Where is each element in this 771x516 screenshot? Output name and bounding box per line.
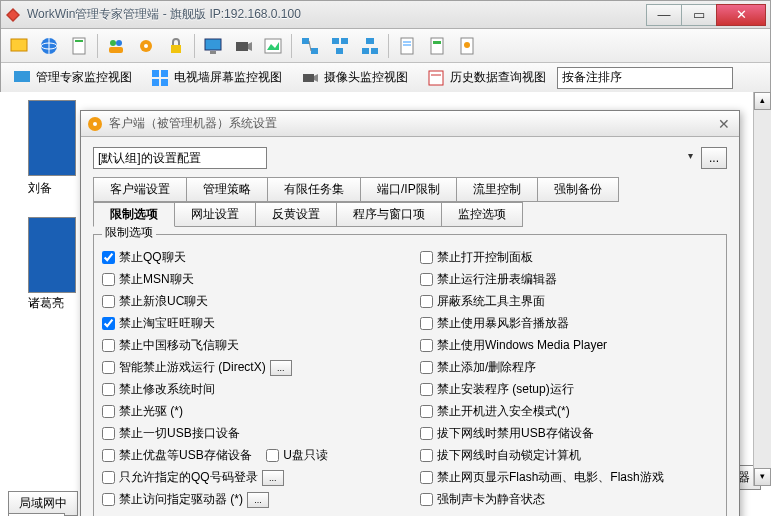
chk-usb-readonly[interactable] — [266, 449, 279, 462]
gear-icon[interactable] — [132, 32, 160, 60]
app-icon — [5, 7, 21, 23]
dialog-close-button[interactable]: ✕ — [715, 116, 733, 132]
tab-antiyellow[interactable]: 反黄设置 — [255, 202, 337, 227]
btn-qq-whitelist-more[interactable]: ... — [262, 470, 284, 486]
titlebar: WorkWin管理专家管理端 - 旗舰版 IP:192.168.0.100 — … — [1, 1, 770, 29]
minimize-button[interactable]: — — [646, 4, 682, 26]
svg-rect-15 — [210, 51, 216, 54]
monitor-view-button[interactable]: 管理专家监控视图 — [5, 65, 139, 91]
lbl-feixin: 禁止中国移动飞信聊天 — [119, 337, 239, 354]
tab-url[interactable]: 网址设置 — [174, 202, 256, 227]
globe-icon[interactable] — [35, 32, 63, 60]
camera-view-button[interactable]: 摄像头监控视图 — [293, 65, 415, 91]
tab-traffic[interactable]: 流里控制 — [456, 177, 538, 202]
svg-point-12 — [144, 44, 148, 48]
svg-rect-10 — [109, 47, 123, 53]
tab-backup[interactable]: 强制备份 — [537, 177, 619, 202]
tvwall-view-label: 电视墙屏幕监控视图 — [174, 69, 282, 86]
lbl-usb-readonly: U盘只读 — [283, 447, 328, 464]
lbl-addremove: 禁止添加/删除程序 — [437, 359, 536, 376]
chk-wmp[interactable] — [420, 339, 433, 352]
tab-tasks[interactable]: 有限任务集 — [267, 177, 361, 202]
chk-baofeng[interactable] — [420, 317, 433, 330]
chk-systime[interactable] — [102, 383, 115, 396]
chk-sinauc[interactable] — [102, 295, 115, 308]
chk-directx[interactable] — [102, 361, 115, 374]
chk-setup[interactable] — [420, 383, 433, 396]
chk-addremove[interactable] — [420, 361, 433, 374]
config-select[interactable] — [93, 147, 267, 169]
monitor-icon[interactable] — [199, 32, 227, 60]
lbl-netoff-lock: 拔下网线时自动锁定计算机 — [437, 447, 581, 464]
chk-qq[interactable] — [102, 251, 115, 264]
chk-flash[interactable] — [420, 471, 433, 484]
window-title: WorkWin管理专家管理端 - 旗舰版 IP:192.168.0.100 — [27, 6, 301, 23]
chk-mute[interactable] — [420, 493, 433, 506]
svg-rect-21 — [311, 48, 318, 54]
camera-icon[interactable] — [229, 32, 257, 60]
toolbar-icon-1[interactable] — [5, 32, 33, 60]
svg-rect-16 — [236, 42, 248, 51]
picture-icon[interactable] — [259, 32, 287, 60]
svg-rect-40 — [161, 79, 168, 86]
tab-progwin[interactable]: 程序与窗口项 — [336, 202, 442, 227]
chk-ctrlpanel[interactable] — [420, 251, 433, 264]
dialog-titlebar[interactable]: 客户端（被管理机器）系统设置 ✕ — [81, 111, 739, 137]
sort-select[interactable] — [557, 67, 733, 89]
vertical-scrollbar[interactable]: ▴ ▾ — [753, 92, 771, 486]
chk-feixin[interactable] — [102, 339, 115, 352]
config-select-wrap — [93, 147, 697, 169]
chk-safemode[interactable] — [420, 405, 433, 418]
svg-rect-41 — [303, 74, 314, 82]
chk-qq-whitelist[interactable] — [102, 471, 115, 484]
chk-netoff-lock[interactable] — [420, 449, 433, 462]
toolbar-separator — [194, 34, 195, 58]
btn-drive-block-more[interactable]: ... — [247, 492, 269, 508]
network-icon-3[interactable] — [356, 32, 384, 60]
doc-icon-3[interactable] — [453, 32, 481, 60]
lbl-wmp: 禁止使用Windows Media Player — [437, 337, 607, 354]
chk-regedit[interactable] — [420, 273, 433, 286]
svg-rect-39 — [152, 79, 159, 86]
chk-usb-storage[interactable] — [102, 449, 115, 462]
lbl-all-usb: 禁止一切USB接口设备 — [119, 425, 240, 442]
page-icon[interactable] — [65, 32, 93, 60]
doc-icon-1[interactable] — [393, 32, 421, 60]
lock-icon[interactable] — [162, 32, 190, 60]
doc-icon-2[interactable] — [423, 32, 451, 60]
chk-systools[interactable] — [420, 295, 433, 308]
tab-client-settings[interactable]: 客户端设置 — [93, 177, 187, 202]
chk-wangwang[interactable] — [102, 317, 115, 330]
chk-drive-block[interactable] — [102, 493, 115, 506]
tvwall-view-button[interactable]: 电视墙屏幕监控视图 — [143, 65, 289, 91]
chk-msn[interactable] — [102, 273, 115, 286]
network-icon-1[interactable] — [296, 32, 324, 60]
config-browse-button[interactable]: ... — [701, 147, 727, 169]
tab-policy[interactable]: 管理策略 — [186, 177, 268, 202]
btn-directx-more[interactable]: ... — [270, 360, 292, 376]
svg-rect-7 — [75, 40, 83, 42]
tab-port-ip[interactable]: 端口/IP限制 — [360, 177, 457, 202]
camera-view-icon — [300, 68, 320, 88]
maximize-button[interactable]: ▭ — [681, 4, 717, 26]
tab-restrict[interactable]: 限制选项 — [93, 202, 175, 227]
chk-all-usb[interactable] — [102, 427, 115, 440]
history-view-button[interactable]: 历史数据查询视图 — [419, 65, 553, 91]
scroll-track[interactable] — [754, 110, 771, 468]
chk-cdrom[interactable] — [102, 405, 115, 418]
scroll-down-button[interactable]: ▾ — [754, 468, 771, 486]
close-button[interactable]: ✕ — [716, 4, 766, 26]
svg-line-22 — [309, 41, 311, 51]
users-icon[interactable] — [102, 32, 130, 60]
tab-monitor-opts[interactable]: 监控选项 — [441, 202, 523, 227]
chk-netoff-usb[interactable] — [420, 427, 433, 440]
svg-rect-36 — [14, 71, 30, 82]
client-thumbnail-2[interactable] — [28, 217, 76, 293]
view-toolbar: 管理专家监控视图 电视墙屏幕监控视图 摄像头监控视图 历史数据查询视图 — [1, 63, 770, 93]
scroll-up-button[interactable]: ▴ — [754, 92, 771, 110]
network-icon-2[interactable] — [326, 32, 354, 60]
lbl-systools: 屏蔽系统工具主界面 — [437, 293, 545, 310]
client-thumbnail-1[interactable] — [28, 100, 76, 176]
lbl-cdrom: 禁止光驱 (*) — [119, 403, 183, 420]
lbl-usb-storage: 禁止优盘等USB存储设备 — [119, 447, 252, 464]
